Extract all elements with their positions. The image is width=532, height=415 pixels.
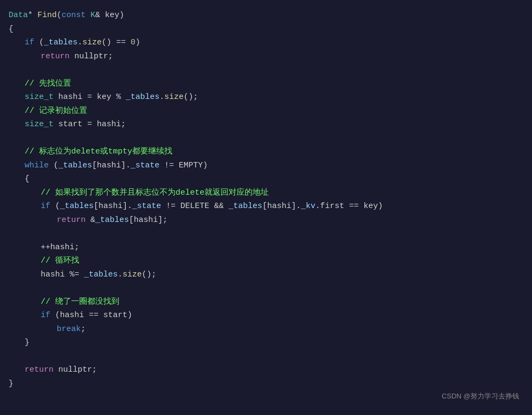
code-line: { [9, 172, 519, 186]
code-line: if (_tables.size() == 0) [9, 36, 519, 50]
code-line [9, 350, 519, 364]
code-line [9, 227, 519, 241]
code-line: while (_tables[hashi]._state != EMPTY) [9, 159, 519, 173]
code-line: // 记录初始位置 [9, 104, 519, 118]
code-block: Data* Find(const K& key){if (_tables.siz… [0, 0, 532, 415]
code-line: if (_tables[hashi]._state != DELETE && _… [9, 199, 519, 213]
code-line: size_t hashi = key % _tables.size(); [9, 90, 519, 104]
code-line: Data* Find(const K& key) [9, 9, 519, 22]
code-line [9, 132, 519, 145]
code-line [9, 281, 519, 295]
code-line: // 循环找 [9, 254, 519, 268]
code-line: // 绕了一圈都没找到 [9, 295, 519, 309]
code-lines: Data* Find(const K& key){if (_tables.siz… [9, 9, 519, 390]
code-line: ++hashi; [9, 241, 519, 255]
watermark: CSDN @努力学习去挣钱 [442, 390, 519, 402]
code-line: size_t start = hashi; [9, 118, 519, 132]
code-line [9, 63, 519, 77]
code-line: // 如果找到了那个数并且标志位不为delete就返回对应的地址 [9, 186, 519, 200]
code-line: return nullptr; [9, 363, 519, 377]
code-line: // 标志位为delete或tmpty都要继续找 [9, 145, 519, 159]
code-line: return nullptr; [9, 50, 519, 64]
code-line: return &_tables[hashi]; [9, 213, 519, 227]
code-line: // 先找位置 [9, 77, 519, 91]
code-line: break; [9, 322, 519, 336]
code-line: hashi %= _tables.size(); [9, 268, 519, 282]
code-line: } [9, 336, 519, 350]
code-line: } [9, 377, 519, 391]
code-line: { [9, 22, 519, 36]
code-line: if (hashi == start) [9, 309, 519, 322]
